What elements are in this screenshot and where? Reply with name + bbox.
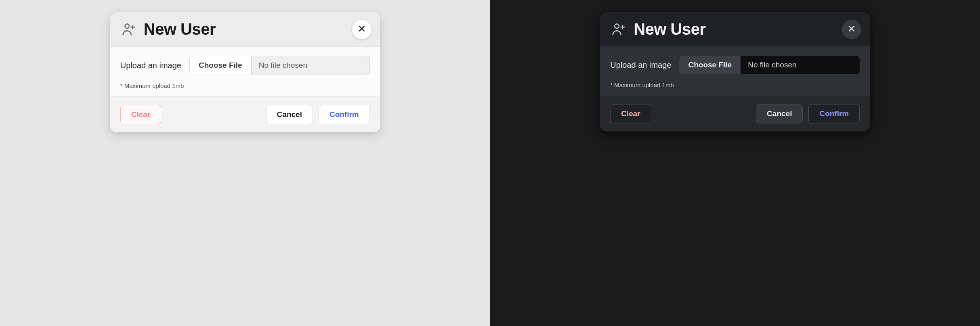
new-user-dialog: New User Upload an image Choose File No … bbox=[110, 12, 380, 132]
confirm-button[interactable]: Confirm bbox=[319, 105, 370, 124]
close-button[interactable] bbox=[352, 20, 371, 39]
light-theme-pane: New User Upload an image Choose File No … bbox=[0, 0, 490, 326]
svg-point-0 bbox=[125, 24, 129, 28]
dialog-title: New User bbox=[634, 20, 705, 38]
close-icon bbox=[848, 25, 856, 34]
upload-row: Upload an image Choose File No file chos… bbox=[120, 56, 370, 75]
upload-row: Upload an image Choose File No file chos… bbox=[610, 56, 860, 74]
dialog-body: Upload an image Choose File No file chos… bbox=[110, 47, 380, 96]
svg-point-5 bbox=[615, 24, 619, 28]
dialog-header: New User bbox=[110, 12, 380, 47]
clear-button[interactable]: Clear bbox=[120, 105, 162, 124]
user-plus-icon bbox=[120, 21, 136, 38]
dialog-footer: Clear Cancel Confirm bbox=[110, 96, 380, 132]
upload-label: Upload an image bbox=[120, 61, 181, 70]
file-picker: Choose File No file chosen bbox=[679, 56, 860, 74]
file-status-text: No file chosen bbox=[252, 56, 369, 75]
dark-theme-pane: New User Upload an image Choose File No … bbox=[490, 0, 980, 326]
clear-button[interactable]: Clear bbox=[610, 104, 651, 123]
user-plus-icon bbox=[610, 21, 626, 38]
new-user-dialog: New User Upload an image Choose File No … bbox=[600, 12, 870, 132]
dialog-footer: Clear Cancel Confirm bbox=[600, 96, 870, 132]
upload-hint: * Maximum upload 1mb bbox=[610, 82, 860, 88]
cancel-button[interactable]: Cancel bbox=[756, 104, 803, 123]
choose-file-button[interactable]: Choose File bbox=[679, 56, 741, 74]
dialog-title: New User bbox=[144, 20, 216, 38]
file-picker: Choose File No file chosen bbox=[189, 56, 370, 75]
close-button[interactable] bbox=[842, 20, 861, 39]
upload-label: Upload an image bbox=[610, 61, 671, 70]
cancel-button[interactable]: Cancel bbox=[266, 105, 313, 124]
choose-file-button[interactable]: Choose File bbox=[190, 56, 252, 75]
dialog-header: New User bbox=[600, 12, 870, 47]
upload-hint: * Maximum upload 1mb bbox=[120, 82, 370, 89]
close-icon bbox=[358, 25, 366, 34]
confirm-button[interactable]: Confirm bbox=[808, 104, 860, 123]
file-status-text: No file chosen bbox=[741, 56, 860, 74]
dialog-body: Upload an image Choose File No file chos… bbox=[600, 47, 870, 96]
